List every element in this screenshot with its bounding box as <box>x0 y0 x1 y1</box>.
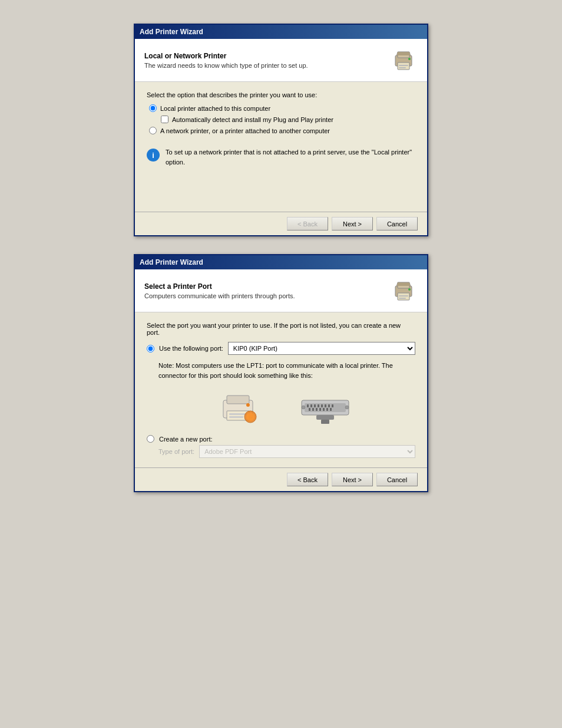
create-port-radio[interactable] <box>147 435 154 443</box>
create-port-label[interactable]: Create a new port: <box>159 436 213 443</box>
svg-point-38 <box>345 406 349 409</box>
svg-rect-13 <box>227 396 249 404</box>
wizard2-header: Select a Printer Port Computers communic… <box>135 269 427 312</box>
svg-rect-4 <box>399 67 406 68</box>
wizard2-titlebar: Add Printer Wizard <box>135 255 427 269</box>
svg-rect-22 <box>307 404 309 407</box>
wizard1-titlebar: Add Printer Wizard <box>135 25 427 39</box>
svg-rect-24 <box>314 404 316 407</box>
wizard2-footer: < Back Next > Cancel <box>135 467 427 491</box>
wizard1-window: Add Printer Wizard Local or Network Prin… <box>134 24 428 236</box>
local-printer-label[interactable]: Local printer attached to this computer <box>160 105 270 112</box>
plugplay-checkbox[interactable] <box>161 116 168 123</box>
network-printer-option[interactable]: A network printer, or a printer attached… <box>149 127 415 134</box>
type-of-port-label: Type of port: <box>158 448 194 455</box>
svg-point-19 <box>246 413 254 421</box>
wizard1-header: Local or Network Printer The wizard need… <box>135 39 427 82</box>
svg-point-17 <box>246 403 250 407</box>
svg-rect-32 <box>316 408 318 411</box>
wizard1-heading: Local or Network Printer <box>144 52 308 60</box>
plugplay-option[interactable]: Automatically detect and install my Plug… <box>161 116 415 123</box>
wizard2-title: Add Printer Wizard <box>140 258 203 266</box>
wizard2-subtext: Computers communicate with printers thro… <box>144 292 295 299</box>
wizard2-heading: Select a Printer Port <box>144 282 295 291</box>
type-of-port-row: Type of port: Adobe PDF Port <box>158 445 415 458</box>
wizard2-header-text: Select a Printer Port Computers communic… <box>144 282 295 299</box>
svg-rect-3 <box>399 65 408 66</box>
wizard1-subtext: The wizard needs to know which type of p… <box>144 62 308 69</box>
svg-rect-16 <box>229 416 243 418</box>
svg-point-11 <box>408 288 411 291</box>
svg-rect-29 <box>332 404 333 407</box>
info-icon: i <box>147 149 160 162</box>
svg-rect-23 <box>310 404 312 407</box>
wizard1-icon <box>389 46 418 74</box>
create-port-row: Create a new port: <box>147 435 415 443</box>
svg-point-37 <box>302 406 305 409</box>
wizard2-instruction: Select the port you want your printer to… <box>147 322 415 336</box>
port-select[interactable]: KIP0 (KIP Port) <box>228 342 415 355</box>
wizard2-icon <box>389 276 418 305</box>
port-illustration <box>158 388 415 427</box>
wizard2-cancel-button[interactable]: Cancel <box>376 473 418 486</box>
use-port-label[interactable]: Use the following port: <box>159 345 223 352</box>
parallel-port-icon <box>299 391 352 424</box>
local-printer-radio[interactable] <box>149 104 157 112</box>
svg-rect-39 <box>316 415 334 420</box>
svg-rect-28 <box>328 404 330 407</box>
wizard1-footer: < Back Next > Cancel <box>135 212 427 235</box>
svg-rect-10 <box>399 298 406 299</box>
wizard2-back-button[interactable]: < Back <box>287 473 328 486</box>
wizard1-body: Select the option that describes the pri… <box>135 82 427 212</box>
svg-rect-30 <box>309 408 310 411</box>
svg-rect-40 <box>321 420 329 424</box>
svg-rect-34 <box>323 408 325 411</box>
svg-rect-26 <box>321 404 323 407</box>
svg-point-5 <box>408 58 411 60</box>
printer-icon-2 <box>391 278 416 304</box>
plugplay-label[interactable]: Automatically detect and install my Plug… <box>172 116 333 123</box>
wizard1-radio-group: Local printer attached to this computer … <box>149 104 415 134</box>
svg-rect-9 <box>399 295 408 297</box>
use-port-row: Use the following port: KIP0 (KIP Port) <box>147 342 415 355</box>
svg-rect-33 <box>319 408 321 411</box>
use-port-radio[interactable] <box>147 345 154 353</box>
wizard1-next-button[interactable]: Next > <box>332 217 373 230</box>
wizard1-infobox: i To set up a network printer that is no… <box>147 145 415 175</box>
wizard1-back-button[interactable]: < Back <box>287 217 328 230</box>
svg-rect-25 <box>318 404 319 407</box>
wizard1-title: Add Printer Wizard <box>140 28 203 36</box>
local-printer-option[interactable]: Local printer attached to this computer <box>149 104 415 112</box>
wizard1-cancel-button[interactable]: Cancel <box>376 217 418 230</box>
wizard1-info-text: To set up a network printer that is not … <box>166 147 415 167</box>
svg-rect-31 <box>312 408 314 411</box>
type-of-port-select[interactable]: Adobe PDF Port <box>199 445 415 458</box>
wizard2-note: Note: Most computers use the LPT1: port … <box>158 361 415 380</box>
wizard2-window: Add Printer Wizard Select a Printer Port… <box>134 254 428 492</box>
svg-rect-27 <box>325 404 326 407</box>
printer-cable-icon <box>222 388 269 427</box>
svg-rect-35 <box>326 408 328 411</box>
wizard2-next-button[interactable]: Next > <box>332 473 373 486</box>
printer-icon <box>391 47 416 73</box>
wizard1-instruction: Select the option that describes the pri… <box>147 91 415 98</box>
svg-rect-36 <box>330 408 332 411</box>
wizard1-header-text: Local or Network Printer The wizard need… <box>144 52 308 69</box>
wizard2-body: Select the port you want your printer to… <box>135 312 427 467</box>
svg-rect-15 <box>229 413 247 415</box>
network-printer-radio[interactable] <box>149 127 157 134</box>
network-printer-label[interactable]: A network printer, or a printer attached… <box>160 127 330 134</box>
